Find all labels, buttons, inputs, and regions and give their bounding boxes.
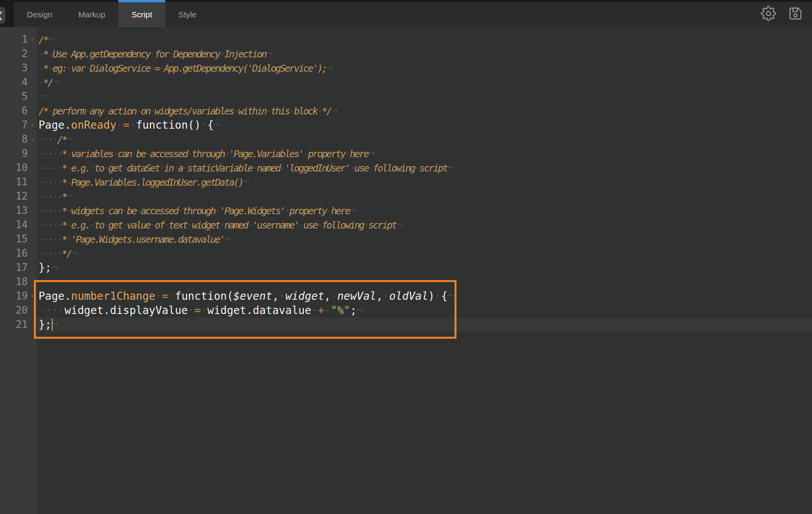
whitespace-dot: ·	[45, 304, 52, 317]
whitespace-dot: ·	[150, 63, 154, 74]
code-line[interactable]: ····widget.displayValue·=·widget.dataval…	[39, 303, 812, 317]
whitespace-dot: ·	[183, 163, 187, 174]
settings-icon	[761, 6, 776, 21]
code-editor[interactable]: 1▾234567▾8▾910111213141516171819▾2021 /*…	[0, 27, 812, 514]
gutter-line: 10	[0, 161, 37, 175]
code-line[interactable]: ·····*·variables·can·be·accessed·through…	[39, 146, 812, 161]
whitespace-dot: ·	[66, 234, 71, 245]
eol-marker: ¬	[66, 190, 73, 203]
settings-button[interactable]	[760, 5, 777, 22]
whitespace-dot: ·	[224, 148, 229, 160]
whitespace-dot: ·	[113, 148, 117, 160]
eol-marker: ¬	[52, 76, 59, 89]
tab-markup[interactable]: Markup	[65, 0, 118, 27]
whitespace-dot: ·	[48, 191, 52, 202]
code-line[interactable]: ·····*·'Page.Widgets.username.datavalue'…	[39, 232, 812, 246]
tab-script[interactable]: Script	[118, 0, 165, 27]
gutter-line: 12	[0, 189, 37, 203]
whitespace-dot: ·	[48, 205, 52, 217]
gutter-line: 9	[0, 146, 37, 161]
whitespace-dot: ·	[252, 163, 257, 174]
gutter-line: 16	[0, 246, 37, 260]
whitespace-dot: ·	[220, 49, 224, 60]
code-line[interactable]: ·····*·e.g.·to·get·value·of·text·widget·…	[39, 218, 812, 232]
code-line[interactable]: /*¬	[39, 32, 812, 47]
fold-arrow-icon[interactable]: ▾	[28, 289, 37, 303]
code-line[interactable]: ·*·eg:·var·DialogService·=·App.getDepend…	[39, 61, 812, 75]
fold-arrow-icon[interactable]: ▾	[28, 32, 37, 47]
whitespace-dot: ·	[280, 163, 285, 174]
whitespace-dot: ·	[66, 205, 71, 217]
gutter-line: 18	[0, 275, 37, 289]
whitespace-dot: ·	[52, 177, 57, 188]
whitespace-dot: ·	[90, 220, 94, 231]
eol-marker: ¬	[368, 147, 375, 160]
code-area[interactable]: /*¬·*·Use·App.getDependency·for·Dependen…	[37, 27, 812, 514]
save-button[interactable]	[787, 5, 804, 22]
whitespace-dot: ·	[345, 148, 350, 160]
whitespace-dot: ·	[136, 205, 141, 217]
line-number: 3	[0, 61, 28, 75]
gutter-line: 13	[0, 203, 37, 218]
fold-spacer	[28, 260, 37, 275]
whitespace-dot: ·	[48, 177, 52, 188]
whitespace-dot: ·	[48, 148, 52, 160]
line-number: 18	[0, 275, 28, 289]
code-line[interactable]: ····/*¬	[39, 132, 812, 146]
whitespace-dot: ·	[52, 191, 57, 202]
whitespace-dot: ·	[52, 220, 57, 231]
whitespace-dot: ·	[150, 106, 154, 117]
whitespace-dot: ·	[39, 234, 43, 245]
whitespace-dot: ·	[66, 63, 71, 74]
code-line[interactable]: };¬	[39, 317, 812, 332]
whitespace-dot: ·	[187, 148, 192, 160]
whitespace-dot: ·	[48, 234, 52, 245]
code-line[interactable]: ·*/¬	[39, 75, 812, 89]
code-line[interactable]: ·*·Use·App.getDependency·for·Dependency·…	[39, 47, 812, 61]
gutter-line: 8▾	[0, 132, 37, 146]
whitespace-dot: ·	[299, 220, 303, 231]
code-line[interactable]: ·····*/¬	[39, 246, 812, 260]
code-line[interactable]: };¬	[39, 260, 812, 275]
whitespace-dot: ·	[39, 49, 43, 60]
fold-arrow-icon[interactable]: ▾	[28, 118, 37, 132]
fold-spacer	[28, 75, 37, 89]
code-line[interactable]: ¬	[39, 89, 812, 104]
code-line[interactable]: ¬	[39, 275, 812, 289]
whitespace-dot: ·	[326, 205, 331, 217]
collapse-panel-button[interactable]: ❮	[0, 7, 5, 24]
code-line[interactable]: Page.number1Change·=·function($event,·wi…	[39, 289, 812, 303]
whitespace-dot: ·	[39, 63, 43, 74]
line-number: 1	[0, 32, 28, 47]
fold-arrow-icon[interactable]: ▾	[28, 132, 37, 146]
code-line[interactable]: /*·perform·any·action·on·widgets/variabl…	[39, 104, 812, 118]
whitespace-dot: ·	[289, 106, 294, 117]
code-line[interactable]: ·····*·widgets·can·be·accessed·through·'…	[39, 203, 812, 218]
whitespace-dot: ·	[233, 106, 238, 117]
whitespace-dot: ·	[57, 163, 62, 174]
line-number: 14	[0, 218, 28, 232]
eol-marker: ¬	[396, 218, 403, 231]
gutter-line: 21	[0, 317, 37, 332]
line-number: 17	[0, 260, 28, 275]
whitespace-dot: ·	[57, 148, 62, 160]
eol-marker: ¬	[266, 47, 273, 60]
eol-marker: ¬	[39, 275, 45, 288]
fold-spacer	[28, 317, 37, 332]
whitespace-dot: ·	[39, 191, 43, 202]
code-line[interactable]: ·····*¬	[39, 189, 812, 203]
gutter-line: 20	[0, 303, 37, 317]
whitespace-dot: ·	[155, 290, 162, 302]
tab-style[interactable]: Style	[165, 0, 210, 27]
code-line[interactable]: ·····*·Page.Variables.loggedInUser.getDa…	[39, 175, 812, 189]
fold-spacer	[28, 218, 37, 232]
gutter: 1▾234567▾8▾910111213141516171819▾2021	[0, 27, 37, 514]
whitespace-dot: ·	[201, 304, 207, 317]
whitespace-dot: ·	[66, 148, 71, 160]
whitespace-dot: ·	[317, 106, 322, 117]
whitespace-dot: ·	[48, 106, 52, 117]
code-line[interactable]: Page.onReady·=·function()·{¬	[39, 118, 812, 132]
tab-design[interactable]: Design	[14, 0, 65, 27]
code-line[interactable]: ·····*·e.g.·to·get·dataSet·in·a·staticVa…	[39, 161, 812, 175]
eol-marker: ¬	[331, 104, 337, 117]
